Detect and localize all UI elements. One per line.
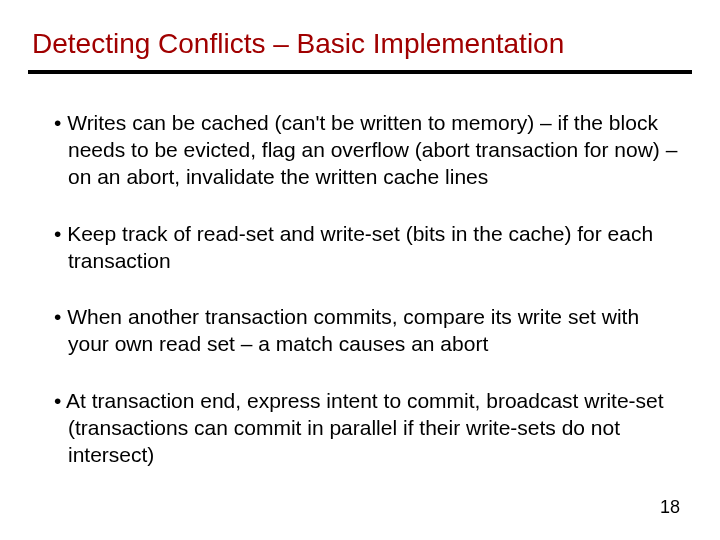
bullet-item: At transaction end, express intent to co… <box>54 388 684 469</box>
slide-title: Detecting Conflicts – Basic Implementati… <box>32 28 684 60</box>
bullet-item: When another transaction commits, compar… <box>54 304 684 358</box>
bullet-list: Writes can be cached (can't be written t… <box>36 110 684 469</box>
bullet-item: Writes can be cached (can't be written t… <box>54 110 684 191</box>
bullet-item: Keep track of read-set and write-set (bi… <box>54 221 684 275</box>
title-rule <box>28 70 692 74</box>
page-number: 18 <box>660 497 680 518</box>
